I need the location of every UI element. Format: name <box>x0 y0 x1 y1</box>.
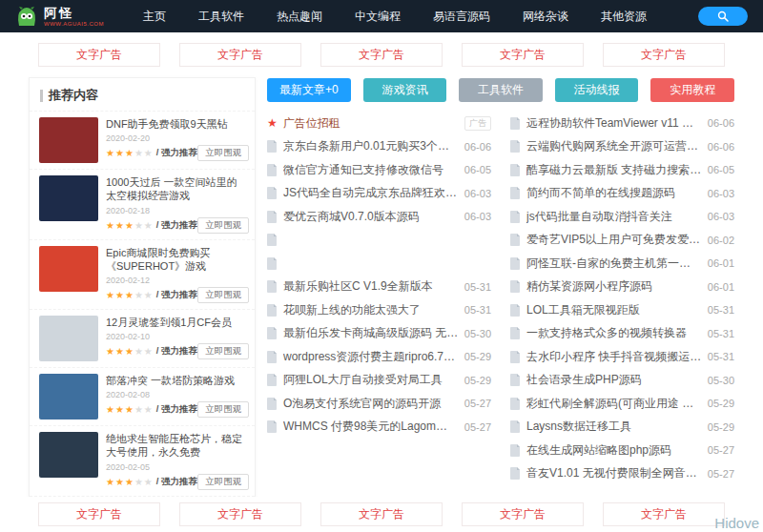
text-ad-slot[interactable]: 文字广告 <box>38 502 160 526</box>
article-row[interactable]: Laysns数据迁移工具 05-29 <box>510 416 734 440</box>
text-ad-slot[interactable]: 文字广告 <box>603 502 725 526</box>
recommended-item[interactable]: DNF助手免费领取9天黑钻 2020-02-20 ★★★★★ / 强力推荐 立即… <box>30 111 255 169</box>
article-title: 最新乐购社区C V1.9全新版本 <box>283 278 459 295</box>
article-row[interactable]: 音友V1.01 无视付费限制全网音乐无损免费下载 05-27 <box>510 462 734 486</box>
text-ad-slot[interactable]: 文字广告 <box>179 43 301 67</box>
article-date: 05-27 <box>708 468 734 480</box>
nav-item[interactable]: 网络杂谈 <box>506 0 585 32</box>
accent-bar <box>40 90 43 102</box>
nav-item[interactable]: 易语言源码 <box>417 0 506 32</box>
article-row[interactable]: 简约而不简单的在线搜题源码 06-03 <box>510 182 734 206</box>
document-icon <box>267 420 278 433</box>
ad-badge: 广告 <box>464 116 491 131</box>
document-icon <box>267 164 278 176</box>
sidebar-title: 推荐内容 <box>49 87 98 104</box>
nav-item[interactable]: 主页 <box>127 0 182 32</box>
text-ad-slot[interactable]: 文字广告 <box>603 43 725 67</box>
search-icon <box>717 10 729 22</box>
text-ad-slot[interactable]: 文字广告 <box>462 43 584 67</box>
nav-item[interactable]: 热点趣闻 <box>260 0 339 32</box>
item-title: 1000天过后 一款空间站里的太空模拟经营游戏 <box>106 175 245 203</box>
search-button[interactable] <box>698 7 748 26</box>
category-tab[interactable]: 最新文章+0 <box>267 78 351 102</box>
recommended-item[interactable]: 绝地求生智能压枪芯片，稳定大号使用，永久免费 2020-02-05 ★★★★★ … <box>30 425 255 496</box>
category-tab[interactable]: 游戏资讯 <box>363 78 447 102</box>
item-title: 绝地求生智能压枪芯片，稳定大号使用，永久免费 <box>106 432 245 460</box>
article-row[interactable]: 阿怪互联-自家的免费主机第一批正式开启 06-01 <box>510 252 734 276</box>
article-date: 06-03 <box>708 188 734 199</box>
article-row[interactable]: js代码批量自动取消抖音关注 06-03 <box>510 205 734 229</box>
site-logo[interactable]: 阿怪 WWW.AGUAI5.COM <box>15 6 104 27</box>
article-row[interactable]: 微信官方通知已支持修改微信号 06-05 <box>267 158 491 182</box>
article-row[interactable]: 最新伯乐发卡商城高级版源码 无后门 05-30 <box>267 322 491 346</box>
article-row[interactable]: 云端购代购网系统全开源可运营程序搭建 06-06 <box>510 135 734 159</box>
view-now-button[interactable]: 立即围观 <box>197 287 249 303</box>
document-icon <box>267 374 278 386</box>
article-row[interactable] <box>267 252 491 276</box>
text-ad-slot[interactable]: 文字广告 <box>462 502 584 526</box>
article-row[interactable]: WHMCS 付费98美元的Lagom模板开源 05-27 <box>267 416 491 440</box>
article-row[interactable]: wordpress资源付费主题ripro6.7含美化包 05-29 <box>267 345 491 369</box>
article-row[interactable]: 爱奇艺VIP5以上用户可免费发爱奇艺VIP红包 06-02 <box>510 229 734 253</box>
nav-item[interactable]: 其他资源 <box>585 0 663 32</box>
category-tab[interactable]: 实用教程 <box>650 78 734 102</box>
article-row[interactable]: 阿狸LOL大厅自动接受对局工具 05-29 <box>267 369 491 393</box>
text-ad-slot[interactable]: 文字广告 <box>320 502 443 526</box>
article-date: 05-31 <box>708 304 734 316</box>
recommended-item[interactable]: 部落冲突 一款塔防策略游戏 2020-02-08 ★★★★★ / 强力推荐 立即… <box>30 367 255 425</box>
article-row[interactable]: 彩虹代刷全解源码(可商业用途 防黑) 05-29 <box>510 392 734 416</box>
article-row[interactable]: 京东白条新用户0.01元购买3个月爱奇艺会员 06-06 <box>267 135 491 159</box>
item-title: 12月灵琥签到领1月CF会员 <box>106 316 245 329</box>
category-tab[interactable]: 工具软件 <box>459 78 543 102</box>
article-row[interactable]: JS代码全自动完成京东品牌狂欢城活动任务 06-03 <box>267 182 491 206</box>
article-title: wordpress资源付费主题ripro6.7含美化包 <box>283 349 459 365</box>
article-title: 最新伯乐发卡商城高级版源码 无后门 <box>283 325 459 341</box>
item-info: DNF助手免费领取9天黑钻 2020-02-20 ★★★★★ / 强力推荐 立即… <box>106 117 245 163</box>
article-row[interactable] <box>267 229 491 253</box>
recommended-item[interactable]: 1000天过后 一款空间站里的太空模拟经营游戏 2020-02-18 ★★★★★… <box>30 169 255 239</box>
article-title: 阿怪互联-自家的免费主机第一批正式开启 <box>526 256 702 272</box>
article-row[interactable]: 酷享磁力云最新版 支持磁力搜索下载和一键播放 06-05 <box>510 158 734 182</box>
article-row[interactable]: 一款支持格式众多的视频转换器 05-31 <box>510 322 734 346</box>
document-icon <box>510 211 521 223</box>
recommended-item[interactable]: Epic商城限时免费购买《SUPERHOT》游戏 2020-02-12 ★★★★… <box>30 239 255 310</box>
article-title: js代码批量自动取消抖音关注 <box>526 209 702 225</box>
bottom-ad-row: 文字广告 文字广告 文字广告 文字广告 文字广告 <box>0 497 763 532</box>
article-row[interactable]: 最新乐购社区C V1.9全新版本 05-31 <box>267 276 491 299</box>
view-now-button[interactable]: 立即围观 <box>197 217 249 234</box>
document-icon <box>267 304 278 317</box>
category-tab[interactable]: 活动线报 <box>555 78 639 102</box>
article-title: 彩虹代刷全解源码(可商业用途 防黑) <box>526 396 702 412</box>
view-now-button[interactable]: 立即围观 <box>197 343 249 359</box>
article-title: O泡易支付系统官网的源码开源 <box>283 396 459 412</box>
featured-ad-row[interactable]: ★ 广告位招租 广告 <box>267 112 491 135</box>
view-now-button[interactable]: 立即围观 <box>197 145 249 161</box>
view-now-button[interactable]: 立即围观 <box>197 401 249 418</box>
article-row[interactable]: 去水印小程序 快手抖音视频搬运工上热门必备 05-31 <box>510 345 734 369</box>
article-row[interactable]: 爱优云商城V0.7.0版本源码 06-03 <box>267 205 491 229</box>
text-ad-slot[interactable]: 文字广告 <box>179 502 301 526</box>
item-date: 2020-02-08 <box>106 390 245 399</box>
recommended-item[interactable]: 12月灵琥签到领1月CF会员 2020-02-10 ★★★★★ / 强力推荐 立… <box>30 309 255 367</box>
article-row[interactable]: 花呗新上线的功能太强大了 05-31 <box>267 298 491 322</box>
article-row[interactable]: 在线生成网站缩略图php源码 05-27 <box>510 439 734 462</box>
article-date: 05-31 <box>464 281 491 293</box>
article-date: 06-02 <box>708 235 734 246</box>
text-ad-slot[interactable]: 文字广告 <box>38 43 160 67</box>
article-row[interactable]: 远程协助软件TeamViewer v11 单文件版 06-06 <box>510 112 734 135</box>
site-subtitle: WWW.AGUAI5.COM <box>44 21 104 27</box>
article-row[interactable]: 精仿某资源网小程序源码 06-01 <box>510 276 734 299</box>
nav-item[interactable]: 工具软件 <box>182 0 260 32</box>
text-ad-slot[interactable]: 文字广告 <box>320 43 443 67</box>
article-row[interactable]: LOL工具箱无限视距版 05-31 <box>510 298 734 322</box>
article-row[interactable]: 社会语录生成PHP源码 05-30 <box>510 369 734 393</box>
monster-logo-icon <box>15 6 38 27</box>
nav-item[interactable]: 中文编程 <box>339 0 417 32</box>
item-info: 部落冲突 一款塔防策略游戏 2020-02-08 ★★★★★ / 强力推荐 立即… <box>106 374 245 419</box>
item-date: 2020-02-10 <box>106 332 245 341</box>
recommend-label: / 强力推荐 <box>156 476 197 488</box>
article-date: 06-05 <box>708 164 734 175</box>
view-now-button[interactable]: 立即围观 <box>197 474 249 490</box>
article-row[interactable]: O泡易支付系统官网的源码开源 05-27 <box>267 392 491 416</box>
article-date: 06-03 <box>464 188 491 199</box>
